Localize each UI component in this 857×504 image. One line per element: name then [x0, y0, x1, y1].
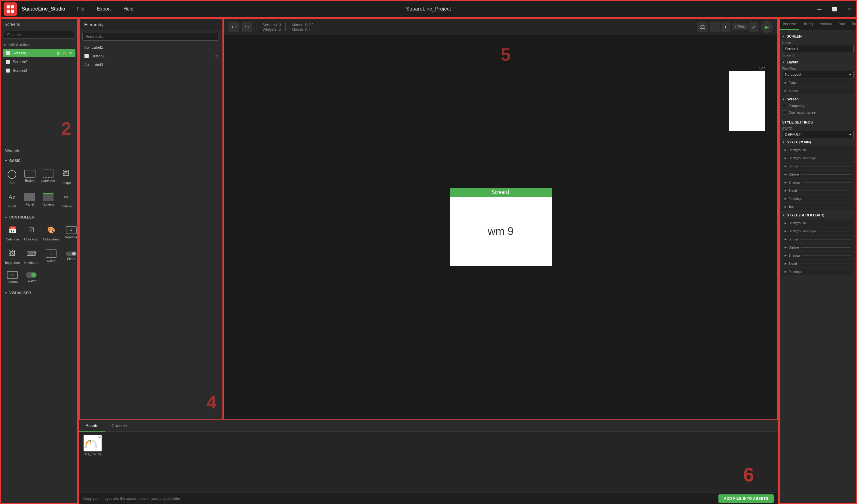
tab-assets[interactable]: Assets	[79, 420, 105, 432]
screenshot-button[interactable]: 🖼	[698, 22, 708, 32]
menu-file[interactable]: File	[74, 5, 87, 13]
widget-slider[interactable]: Slider	[63, 245, 77, 267]
style-text-header[interactable]: ▶ Text	[782, 203, 854, 211]
flags-header[interactable]: ▶ Flags	[782, 79, 854, 86]
hier-button1-eye[interactable]: 👁	[214, 54, 218, 58]
sb-bg-image-header[interactable]: ▶ Background image	[782, 228, 854, 235]
widget-category-controller[interactable]: ▼ CONTROLLER	[1, 213, 77, 221]
widget-colorwheel[interactable]: 🎨 Colorwheel	[42, 222, 61, 243]
screen1-trash-icon[interactable]: 🗑	[56, 51, 60, 55]
widget-container[interactable]: Container	[40, 165, 56, 187]
screens-search[interactable]	[4, 31, 74, 39]
widget-imgbutton[interactable]: 🖼 Imgbutton	[4, 245, 21, 267]
blend-line	[799, 190, 851, 191]
screen-item-screen3[interactable]: ⬜ Screen3	[3, 66, 75, 74]
style-shadow-group: ▶ Shadow	[782, 179, 854, 186]
screen-item-screen2[interactable]: ⬜ Screen2	[3, 58, 75, 66]
style-paddings-header[interactable]: ▶ Paddings	[782, 195, 854, 202]
dont-export-checkbox[interactable]	[782, 110, 786, 115]
zoom-fit-button[interactable]: ⤢	[749, 22, 758, 32]
asset-pic4[interactable]: ✕ 230 709 pic4_326.png	[82, 435, 103, 456]
screen-preview-screen1[interactable]: Screen1 wm 9	[450, 188, 552, 266]
undo-button[interactable]: ↩	[229, 22, 239, 32]
canvas-viewport[interactable]: 5 Screen1 wm 9 Scr	[224, 35, 777, 419]
temporary-row: Temporary	[782, 102, 854, 109]
main-layout: Screens ▶ Initial actions ⬜ Screen1 🗑 🔒 …	[0, 18, 857, 504]
widget-button[interactable]: Button	[22, 165, 37, 187]
add-file-button[interactable]: ADD FILE INTO ASSETS	[719, 494, 774, 503]
sb-blend-header[interactable]: ▶ Blend	[782, 260, 854, 267]
state-select[interactable]: DEFAULT ▾	[782, 131, 854, 138]
widget-keyboard[interactable]: ⌨ Keyboard	[23, 245, 40, 267]
minimize-button[interactable]: —	[812, 0, 827, 18]
sb-outline-header[interactable]: ▶ Outline	[782, 244, 854, 251]
widget-calendar[interactable]: 📅 Calendar	[4, 222, 21, 243]
no-layout-select[interactable]: No Layout ▾	[782, 71, 854, 78]
hier-item-label1[interactable]: Aα Label1	[80, 43, 222, 52]
widget-category-basic[interactable]: ▼ BASIC	[1, 156, 77, 164]
widget-textarea[interactable]: ✏ Textarea	[58, 189, 74, 211]
zoom-level[interactable]: 175%	[732, 23, 747, 30]
mouse-info: Mouse X: 32 Mouse Y: -	[291, 22, 314, 32]
tab-history[interactable]: History	[799, 19, 817, 30]
sb-outline-tri: ▶	[785, 246, 787, 249]
blend-label: Blend	[788, 189, 797, 192]
widget-checkbox[interactable]: ☑ Checkbox	[23, 222, 40, 243]
widget-dropdown[interactable]: ▾ Dropdown	[63, 222, 77, 243]
close-button[interactable]: ✕	[842, 0, 857, 18]
style-background-header[interactable]: ▶ Background	[782, 146, 854, 154]
redo-button[interactable]: ↪	[242, 22, 252, 32]
widget-switch[interactable]: Switch	[23, 269, 40, 286]
screen1-lock-icon[interactable]: 🔒	[62, 51, 67, 55]
svg-rect-3	[11, 10, 14, 13]
initial-actions-item[interactable]: ▶ Initial actions	[1, 40, 77, 49]
style-shadow-header[interactable]: ▶ Shadow	[782, 179, 854, 186]
sb-border-header[interactable]: ▶ Border	[782, 236, 854, 243]
states-header[interactable]: ▶ States	[782, 87, 854, 94]
roller-label: Roller	[47, 259, 56, 263]
style-outline-header[interactable]: ▶ Outline	[782, 171, 854, 178]
sb-paddings-header[interactable]: ▶ Paddings	[782, 268, 854, 275]
play-button[interactable]: ▶	[761, 21, 773, 33]
sb-background-group: ▶ Background	[782, 219, 854, 226]
hier-item-button1[interactable]: ⬜ Button1 👁	[80, 52, 222, 61]
widget-arc[interactable]: ◯ Arc	[4, 165, 20, 187]
style-scrollbar-title: ▼ STYLE (SCROLLBAR)	[782, 211, 854, 218]
state-value: DEFAULT	[785, 133, 801, 137]
menu-export[interactable]: Export	[95, 5, 113, 13]
style-border-header[interactable]: ▶ Border	[782, 163, 854, 170]
tab-themes[interactable]: Themes	[848, 19, 857, 30]
widget-panel[interactable]: Panel	[22, 189, 37, 211]
screens-num-label: 2	[61, 118, 71, 139]
flex-flow-label: Flex Flow	[782, 67, 854, 70]
screen1-eye-icon[interactable]: 👁	[69, 51, 72, 55]
tab-console[interactable]: Console	[105, 420, 133, 432]
temporary-checkbox[interactable]	[782, 104, 786, 108]
hier-item-label3[interactable]: Aα Label3	[80, 61, 222, 69]
widget-tabview[interactable]: Tabview	[40, 189, 56, 211]
tab-animation[interactable]: Animati	[817, 19, 835, 30]
name-input[interactable]	[782, 45, 854, 53]
widget-image[interactable]: 🖼 Image	[58, 165, 74, 187]
tab-inspector[interactable]: Inspecto	[780, 19, 799, 30]
sb-background-header[interactable]: ▶ Background	[782, 219, 854, 226]
widget-label[interactable]: Aa Label	[4, 189, 20, 211]
sb-shadow-header[interactable]: ▶ Shadow	[782, 252, 854, 259]
style-blend-header[interactable]: ▶ Blend	[782, 187, 854, 194]
sb-blend-group: ▶ Blend	[782, 260, 854, 267]
widget-spinbox[interactable]: ≡ Spinbox	[4, 269, 21, 286]
sb-border-label: Border	[788, 237, 799, 241]
style-bg-image-header[interactable]: ▶ Background image	[782, 154, 854, 162]
screen-item-screen1[interactable]: ⬜ Screen1 🗑 🔒 👁	[3, 49, 75, 57]
zoom-out-button[interactable]: −	[710, 22, 720, 32]
hierarchy-search[interactable]	[82, 33, 219, 40]
tab-font[interactable]: Font	[835, 19, 848, 30]
widget-category-visualiser[interactable]: ▼ VISUALISER	[1, 288, 77, 296]
screen1-body: wm 9	[450, 197, 552, 266]
menu-help[interactable]: Help	[121, 5, 136, 13]
zoom-in-button[interactable]: +	[721, 22, 730, 32]
asset-close-icon[interactable]: ✕	[98, 435, 101, 439]
project-title: SquareLine_Project	[406, 6, 451, 12]
widget-roller[interactable]: ↕ Roller	[42, 245, 61, 267]
maximize-button[interactable]: ⬜	[827, 0, 842, 18]
